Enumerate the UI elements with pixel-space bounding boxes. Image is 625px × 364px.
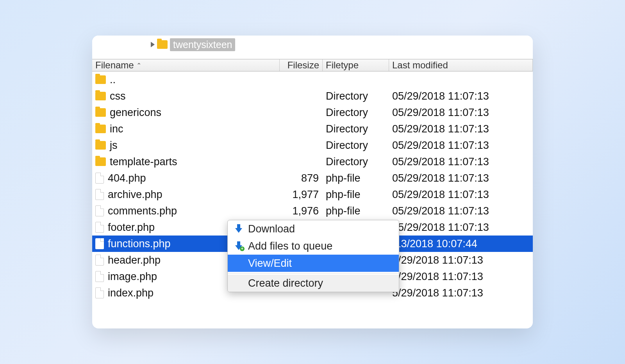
file-icon <box>95 173 104 184</box>
sort-ascending-icon: ⌃ <box>136 62 141 69</box>
file-name-label: template-parts <box>110 156 177 168</box>
file-row[interactable]: jsDirectory05/29/2018 11:07:13 <box>92 137 533 153</box>
context-menu-item[interactable]: View/Edit <box>228 255 399 272</box>
file-modified-cell: 5/29/2018 11:07:13 <box>389 271 533 283</box>
file-type-cell: Directory <box>323 156 389 168</box>
file-modified-cell: 05/29/2018 11:07:13 <box>389 107 533 119</box>
file-type-cell: php-file <box>323 189 389 201</box>
folder-icon <box>95 157 106 166</box>
context-menu-item-label: Download <box>248 223 295 235</box>
file-type-cell: Directory <box>323 90 389 102</box>
file-name-cell: 404.php <box>92 172 280 184</box>
file-icon <box>95 222 104 233</box>
file-row[interactable]: 404.php879php-file05/29/2018 11:07:13 <box>92 170 533 186</box>
folder-icon <box>95 75 106 84</box>
file-row[interactable]: template-partsDirectory05/29/2018 11:07:… <box>92 153 533 170</box>
file-icon <box>95 287 104 298</box>
file-icon <box>95 238 104 249</box>
file-size-cell: 1,977 <box>280 189 323 201</box>
column-header-filename-label: Filename <box>95 60 134 71</box>
folder-icon <box>95 125 106 133</box>
context-menu-item-label: View/Edit <box>248 257 292 269</box>
column-header-modified[interactable]: Last modified <box>389 59 533 71</box>
file-name-label: comments.php <box>108 205 177 217</box>
file-name-label: image.php <box>108 271 157 283</box>
context-menu-item[interactable]: Create directory <box>228 275 399 292</box>
file-row[interactable]: incDirectory05/29/2018 11:07:13 <box>92 121 533 137</box>
column-headers: Filename ⌃ Filesize Filetype Last modifi… <box>92 59 533 71</box>
file-icon <box>95 255 104 266</box>
folder-icon <box>95 108 106 117</box>
file-modified-cell: 05/29/2018 11:07:13 <box>389 172 533 184</box>
file-name-label: archive.php <box>108 189 162 201</box>
file-modified-cell: 05/29/2018 11:07:13 <box>389 189 533 201</box>
file-type-cell: php-file <box>323 205 389 217</box>
file-row[interactable]: comments.php1,976php-file05/29/2018 11:0… <box>92 203 533 219</box>
context-menu-item-label: Add files to queue <box>248 240 332 252</box>
file-type-cell: Directory <box>323 123 389 135</box>
file-name-label: index.php <box>108 287 154 299</box>
file-type-cell: Directory <box>323 139 389 152</box>
context-menu-item[interactable]: Download <box>228 220 399 237</box>
download-plus-icon: + <box>235 242 243 250</box>
folder-icon <box>95 92 106 100</box>
file-name-cell: js <box>92 139 280 152</box>
file-name-cell: inc <box>92 123 280 135</box>
file-name-label: header.php <box>108 254 161 266</box>
file-modified-cell: 05/29/2018 11:07:13 <box>389 139 533 152</box>
file-name-label: .. <box>110 74 116 86</box>
file-modified-cell: 5/29/2018 11:07:13 <box>389 287 533 299</box>
file-modified-cell: 05/29/2018 11:07:13 <box>389 156 533 168</box>
menu-separator <box>228 273 399 273</box>
column-header-filename[interactable]: Filename ⌃ <box>92 59 280 71</box>
remote-tree-pane: twentysixteen <box>92 36 533 59</box>
file-name-label: inc <box>110 123 123 135</box>
file-name-cell: css <box>92 90 280 102</box>
file-modified-cell: 5/29/2018 11:07:13 <box>389 254 533 266</box>
file-name-cell: archive.php <box>92 189 280 201</box>
file-row[interactable]: cssDirectory05/29/2018 11:07:13 <box>92 88 533 104</box>
file-name-label: footer.php <box>108 221 155 234</box>
file-type-cell: php-file <box>323 172 389 184</box>
tree-expand-arrow-icon[interactable] <box>151 42 155 47</box>
file-name-label: genericons <box>110 107 161 119</box>
folder-icon <box>95 141 106 150</box>
file-row[interactable]: archive.php1,977php-file05/29/2018 11:07… <box>92 186 533 203</box>
folder-icon <box>157 40 168 49</box>
column-header-filetype[interactable]: Filetype <box>323 59 389 71</box>
tree-folder-row[interactable]: twentysixteen <box>151 39 533 50</box>
file-type-cell: Directory <box>323 107 389 119</box>
column-header-modified-label: Last modified <box>392 60 448 71</box>
context-menu-item[interactable]: +Add files to queue <box>228 237 399 255</box>
file-name-label: functions.php <box>108 238 171 250</box>
column-header-filesize-label: Filesize <box>288 60 319 71</box>
file-name-label: js <box>110 139 118 152</box>
file-icon <box>95 189 104 200</box>
file-size-cell: 1,976 <box>280 205 323 217</box>
column-header-filesize[interactable]: Filesize <box>280 59 323 71</box>
file-modified-cell: /13/2018 10:07:44 <box>389 238 533 250</box>
file-name-label: 404.php <box>108 172 146 184</box>
file-name-cell: genericons <box>92 107 280 119</box>
tree-folder-label: twentysixteen <box>170 38 235 51</box>
file-name-cell: .. <box>92 74 280 86</box>
context-menu-item-label: Create directory <box>248 277 323 289</box>
file-row[interactable]: .. <box>92 71 533 88</box>
file-name-label: css <box>110 90 126 102</box>
file-name-cell: comments.php <box>92 205 280 217</box>
file-icon <box>95 205 104 216</box>
file-manager-window: twentysixteen Filename ⌃ Filesize Filety… <box>92 36 533 328</box>
file-modified-cell: 05/29/2018 11:07:13 <box>389 90 533 102</box>
file-modified-cell: 05/29/2018 11:07:13 <box>389 123 533 135</box>
file-size-cell: 879 <box>280 172 323 184</box>
column-header-filetype-label: Filetype <box>326 60 359 71</box>
file-modified-cell: 05/29/2018 11:07:13 <box>389 205 533 217</box>
file-name-cell: template-parts <box>92 156 280 168</box>
download-icon <box>235 225 243 233</box>
context-menu: Download+Add files to queueView/Edit Cre… <box>227 220 399 292</box>
file-icon <box>95 271 104 282</box>
file-modified-cell: 05/29/2018 11:07:13 <box>389 221 533 234</box>
file-row[interactable]: genericonsDirectory05/29/2018 11:07:13 <box>92 104 533 121</box>
